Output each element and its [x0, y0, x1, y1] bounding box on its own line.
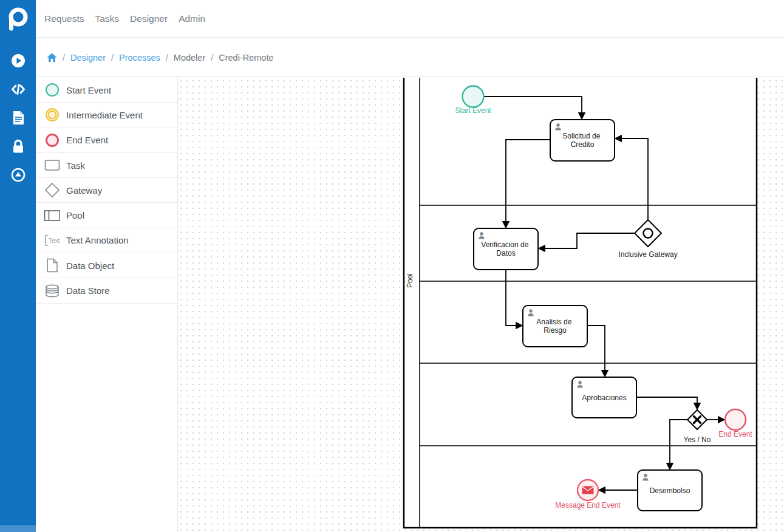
- nav-designer[interactable]: Designer: [130, 13, 168, 24]
- processmaker-logo-icon[interactable]: [3, 4, 32, 33]
- palette-intermediate-event[interactable]: Intermediate Event: [36, 103, 177, 128]
- palette-label: Text Annotation: [66, 235, 129, 245]
- gateway-icon: [44, 182, 60, 198]
- palette-label: Task: [66, 160, 85, 171]
- breadcrumb-modeler: Modeler: [174, 53, 205, 63]
- palette-label: End Event: [66, 135, 108, 145]
- palette-label: Pool: [66, 210, 84, 220]
- palette-task[interactable]: Task: [36, 153, 177, 178]
- top-nav: Requests Tasks Designer Admin: [36, 0, 784, 38]
- play-circle-icon[interactable]: [10, 52, 27, 69]
- palette-label: Gateway: [66, 185, 102, 196]
- pool-icon: [44, 209, 60, 222]
- breadcrumb-process-name: Credi-Remote: [219, 53, 273, 63]
- start-event-icon: [44, 83, 60, 97]
- nav-admin[interactable]: Admin: [179, 13, 205, 24]
- palette-label: Data Store: [66, 285, 110, 296]
- document-icon[interactable]: [10, 109, 27, 126]
- arrow-up-circle-icon[interactable]: [10, 166, 27, 183]
- palette-label: Intermediate Event: [66, 110, 143, 120]
- end-event-label: End Event: [718, 430, 752, 438]
- palette-pool[interactable]: Pool: [36, 203, 177, 228]
- palette-data-store[interactable]: Data Store: [36, 278, 177, 303]
- message-envelope-icon: [582, 486, 594, 494]
- modeler-canvas[interactable]: Pool: [178, 78, 784, 532]
- task-desembolso[interactable]: Desembolso: [638, 470, 702, 511]
- palette-end-event[interactable]: End Event: [36, 128, 177, 153]
- code-icon[interactable]: [10, 81, 27, 98]
- task-analisis-de-riesgo[interactable]: Analisis de Riesgo: [523, 305, 587, 347]
- palette-start-event[interactable]: Start Event: [36, 78, 177, 103]
- modeler-main: Start Event Intermediate Event End Event…: [36, 78, 784, 532]
- nav-tasks[interactable]: Tasks: [95, 13, 119, 24]
- palette-label: Data Object: [66, 261, 114, 271]
- task-aprobaciones[interactable]: Aprobaciones: [572, 377, 636, 418]
- data-object-icon: [44, 258, 60, 273]
- message-end-event-label: Message End Event: [555, 501, 621, 510]
- svg-text:Aprobaciones: Aprobaciones: [582, 394, 626, 402]
- text-annotation-icon: Text: [44, 234, 60, 247]
- lock-icon[interactable]: [10, 138, 27, 155]
- svg-text:Text: Text: [49, 237, 60, 244]
- breadcrumb-separator: /: [63, 53, 65, 63]
- pool-label: Pool: [406, 273, 414, 288]
- processmaker-modeler-app: Requests Tasks Designer Admin / Designer…: [0, 0, 784, 532]
- yes-no-gateway-label: Yes / No: [684, 435, 711, 444]
- breadcrumb-separator: /: [111, 53, 114, 63]
- breadcrumb-separator: /: [211, 53, 213, 63]
- palette-label: Start Event: [66, 85, 111, 95]
- end-event-icon: [44, 133, 60, 148]
- task-verificacion-de-datos[interactable]: Verificacion de Datos: [474, 228, 538, 270]
- svg-text:Desembolso: Desembolso: [650, 486, 690, 495]
- intermediate-event-icon: [44, 107, 60, 122]
- left-rail: [0, 0, 36, 532]
- element-palette: Start Event Intermediate Event End Event…: [36, 78, 178, 532]
- task-icon: [44, 159, 60, 172]
- home-icon[interactable]: [47, 53, 57, 63]
- nav-requests[interactable]: Requests: [44, 13, 84, 24]
- task-solicitud-de-credito[interactable]: Solicitud de Credito: [550, 120, 615, 161]
- breadcrumb-separator: /: [166, 53, 168, 63]
- breadcrumb-designer[interactable]: Designer: [70, 53, 106, 63]
- palette-data-object[interactable]: Data Object: [36, 253, 177, 278]
- palette-text-annotation[interactable]: Text Text Annotation: [36, 228, 177, 253]
- data-store-icon: [44, 284, 60, 298]
- start-event-label: Start Event: [455, 106, 491, 115]
- breadcrumb-processes[interactable]: Processes: [119, 53, 160, 63]
- rail-bottom-strip: [0, 525, 36, 532]
- palette-gateway[interactable]: Gateway: [36, 178, 177, 203]
- breadcrumb: / Designer / Processes / Modeler / Credi…: [36, 38, 784, 77]
- inclusive-gateway-label: Inclusive Gateway: [618, 250, 677, 259]
